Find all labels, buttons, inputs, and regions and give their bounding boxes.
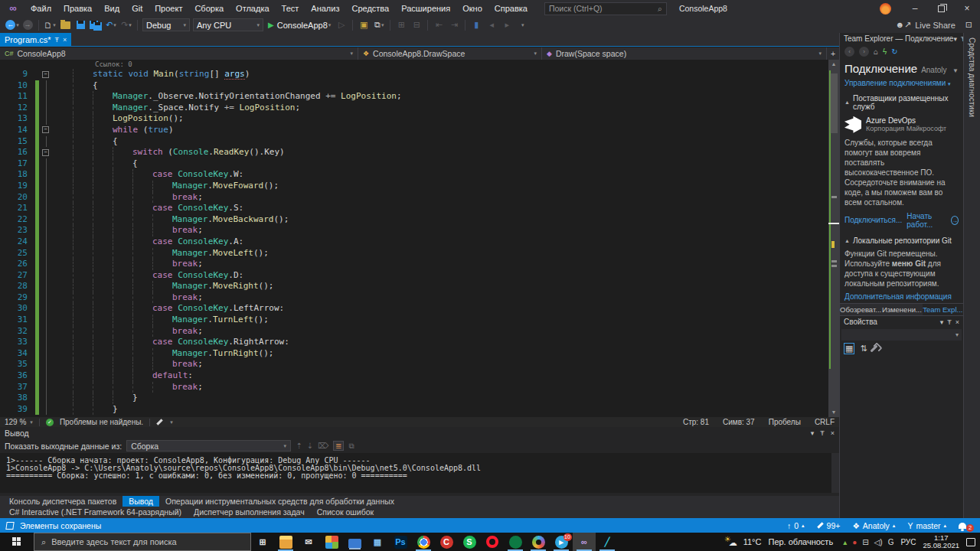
photoshop[interactable]: Ps (389, 533, 412, 551)
editor-vertical-scrollbar[interactable]: ▲ ▼ (828, 60, 839, 417)
repository-indicator[interactable]: ❖ Anatoly▴ (852, 521, 895, 530)
forward-icon[interactable]: › (859, 47, 869, 57)
next-message-icon[interactable]: ⇣ (307, 442, 313, 450)
package-icon[interactable]: ▣ (357, 18, 371, 32)
menu-вид[interactable]: Вид (98, 0, 126, 17)
tool-tab-диспетчер[interactable]: Диспетчер выполнения задач (188, 507, 311, 517)
tool-tab-список оши[interactable]: Список ошибок (311, 507, 380, 517)
connections-plug-icon[interactable]: ϟ (883, 47, 887, 56)
local-git-section[interactable]: ▲ Локальные репозитории Git (840, 232, 963, 247)
telegram-app[interactable]: ▸10 (550, 533, 573, 551)
word-wrap-icon[interactable]: ≣ (333, 441, 344, 451)
opera-browser[interactable] (481, 533, 504, 551)
navigate-back-button[interactable]: ←▾ (5, 18, 19, 32)
breadcrumb-member-dropdown[interactable]: ◆ Draw(Space space)▾ (542, 47, 827, 60)
weather-text[interactable]: Пер. облачность (768, 537, 833, 546)
bookmark-prev-icon[interactable]: ◂ (485, 18, 498, 32)
get-started-link[interactable]: Начать работ... (906, 212, 946, 229)
menu-расширения[interactable]: Расширения (395, 0, 456, 17)
mail-app[interactable]: ✉ (297, 533, 320, 551)
alphabetical-sort-icon[interactable]: ⇅ (860, 344, 867, 354)
notifications-bell[interactable]: 2 (959, 520, 974, 532)
navigate-forward-button[interactable]: → (21, 18, 34, 32)
restore-button[interactable] (928, 0, 954, 17)
scroll-down-icon[interactable]: ▼ (828, 408, 839, 417)
start-debugging-button[interactable]: ▶ConsoleApp8▾ (268, 21, 331, 30)
split-window-button[interactable]: + (827, 49, 839, 58)
start-button[interactable] (0, 533, 34, 551)
connect-link[interactable]: Подключиться... (844, 216, 902, 224)
menu-справка[interactable]: Справка (488, 0, 534, 17)
properties-object-dropdown[interactable]: ▾ (841, 329, 962, 341)
live-share-button[interactable]: ☻↗ Live Share ⊡ (895, 20, 972, 30)
track-changes-icon[interactable] (156, 419, 162, 425)
menu-средства[interactable]: Средства (345, 0, 395, 17)
pin-icon[interactable]: Ŧ (947, 318, 952, 326)
user-avatar[interactable] (880, 3, 891, 15)
panel-tab-team-expl-[interactable]: Team Expl... (923, 304, 963, 315)
collapse-region-icon[interactable]: − (42, 126, 49, 133)
editor-zoom-dropdown[interactable]: 129 %▾ (5, 418, 33, 426)
diagnostic-tools-tab[interactable]: Средства диагностики (968, 37, 976, 117)
menu-окно[interactable]: Окно (456, 0, 488, 17)
file-explorer[interactable] (274, 533, 297, 551)
team-explorer-title-bar[interactable]: Team Explorer — Подключение ▾ Ŧ × (840, 33, 963, 45)
weather-icon[interactable]: ☀☁ (724, 536, 737, 547)
scroll-up-icon[interactable]: ▲ (828, 60, 839, 69)
action-center-icon[interactable] (966, 538, 975, 546)
save-all-button[interactable] (89, 18, 103, 32)
collapse-region-icon[interactable]: − (42, 71, 49, 78)
tray-update-icon[interactable]: ▴ (843, 538, 847, 546)
clock[interactable]: 1:17 25.08.2021 (923, 534, 959, 549)
solution-configurations-dropdown[interactable]: Debug▾ (142, 18, 190, 31)
caret-line-indicator[interactable]: Стр: 81 (683, 418, 709, 426)
tool-tab-операции и[interactable]: Операции инструментальных средств для об… (159, 496, 400, 507)
taskbar-search-box[interactable]: ⌕ Введите здесь текст для поиска (34, 533, 251, 551)
output-scrollbar[interactable] (831, 453, 839, 493)
weather-temp[interactable]: 11°C (743, 537, 762, 546)
hosted-providers-section[interactable]: ▲ Поставщики размещенных служб (840, 90, 963, 113)
breadcrumb-project-dropdown[interactable]: C# ConsoleApp8▾ (0, 47, 358, 60)
geforce-icon[interactable]: G (888, 538, 894, 546)
window-position-icon[interactable]: ▾ (940, 318, 944, 326)
volume-icon[interactable]: ◁) (874, 538, 883, 546)
solution-platforms-dropdown[interactable]: Any CPU▾ (193, 18, 263, 31)
back-icon[interactable]: ‹ (844, 47, 854, 57)
properties-wrench-icon[interactable] (870, 345, 877, 353)
redo-button[interactable]: ↷▾ (119, 18, 133, 32)
codelens-references[interactable]: Ссылок: 0 (0, 60, 828, 69)
menu-анализ[interactable]: Анализ (305, 0, 345, 17)
tool-tab-консоль ди[interactable]: Консоль диспетчера пакетов (3, 496, 122, 507)
green-messenger-app[interactable] (504, 533, 527, 551)
output-title-bar[interactable]: Вывод ▾ Ŧ × (0, 427, 839, 439)
close-icon[interactable]: × (831, 429, 835, 437)
chrome-browser[interactable] (412, 533, 435, 551)
indent-increase-icon[interactable]: ⇥ (447, 18, 461, 32)
task-view-button[interactable]: ⊞ (251, 533, 274, 551)
tool-tab-c# interac[interactable]: C# Interactive (.NET Framework 64-разряд… (3, 507, 188, 517)
toolbar-overflow-icon[interactable]: ▾ (515, 18, 529, 32)
my-computer[interactable] (343, 533, 366, 551)
pushes-indicator[interactable]: ↑ 0▴ (787, 521, 805, 530)
find-in-files-icon[interactable]: ⊞ (394, 18, 408, 32)
refresh-icon[interactable]: ↻ (891, 47, 897, 56)
tray-app-icon[interactable]: ● (852, 538, 857, 546)
manage-connections-link[interactable]: Управление подключениями ▾ (840, 77, 963, 90)
chevron-down-icon[interactable]: ▼ (952, 67, 959, 74)
arrow-right-icon[interactable]: → (951, 216, 959, 225)
menu-правка[interactable]: Правка (57, 0, 98, 17)
problems-status[interactable]: Проблемы не найдены. (60, 418, 143, 426)
home-icon[interactable]: ⌂ (874, 47, 878, 56)
properties-grid[interactable] (840, 357, 963, 518)
branch-indicator[interactable]: Y master▴ (907, 521, 946, 530)
save-button[interactable] (74, 18, 87, 32)
spaces-indicator[interactable]: Пробелы (769, 418, 801, 426)
more-info-link[interactable]: Дополнительная информация (840, 290, 963, 303)
calculator-app[interactable]: ▦ (366, 533, 389, 551)
menu-отладка[interactable]: Отладка (230, 0, 275, 17)
window-position-icon[interactable]: ▾ (953, 35, 957, 43)
pending-edits-indicator[interactable]: 99+ (817, 521, 841, 530)
output-source-dropdown[interactable]: Сборка▾ (126, 440, 291, 452)
undo-button[interactable]: ↶▾ (104, 18, 118, 32)
feedback-icon[interactable]: ⊡ (965, 20, 972, 30)
